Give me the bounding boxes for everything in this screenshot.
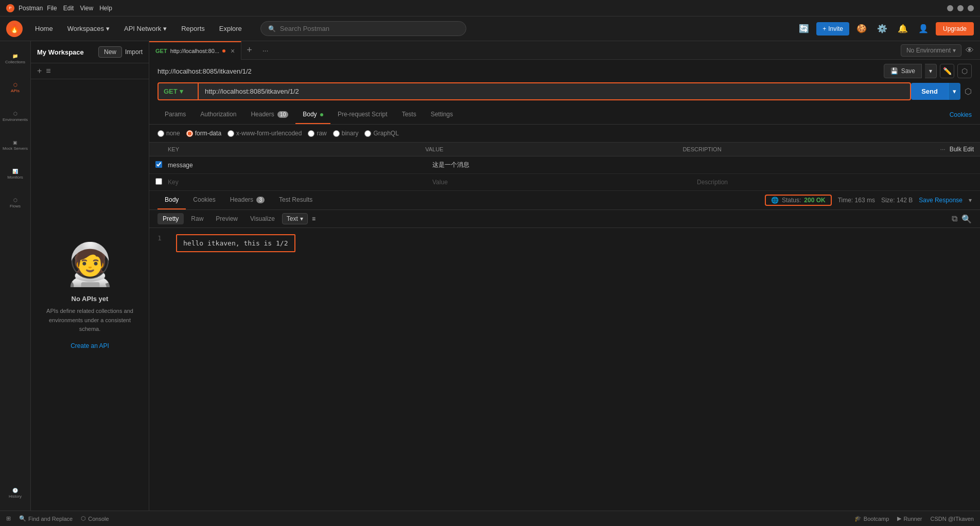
format-settings-icon[interactable]: ≡ [312,215,316,222]
body-graphql-option[interactable]: GraphQL [364,130,398,137]
resp-tab-cookies[interactable]: Cookies [186,191,222,209]
menu-edit[interactable]: Edit [63,5,74,12]
nav-api-network[interactable]: API Network ▾ [118,22,173,36]
sidebar-item-environments[interactable]: ⬡ Environments [2,103,29,130]
maximize-button[interactable] [957,5,964,11]
new-tab-button[interactable]: + [241,45,257,56]
add-icon[interactable]: + [37,66,42,76]
sort-icon[interactable]: ≡ [46,66,50,76]
bell-icon[interactable]: 🔔 [895,21,911,37]
environment-view-icon[interactable]: 👁 [966,46,974,55]
title-bar: P Postman File Edit View Help [0,0,980,16]
close-button[interactable] [968,5,974,11]
settings-icon[interactable]: ⚙️ [874,21,890,37]
history-icon: 🕐 [12,488,18,493]
req-tab-body[interactable]: Body [295,106,330,124]
request-input-row: GET ▾ Send ▾ ⬡ [149,82,980,106]
format-raw-button[interactable]: Raw [186,213,208,224]
url-input[interactable] [199,82,911,100]
save-response-button[interactable]: Save Response [919,197,962,204]
sidebar-item-collections[interactable]: 📁 Collections [2,45,29,72]
body-none-option[interactable]: none [157,130,180,137]
console-button[interactable]: ⬡ Console [81,515,109,522]
tab-close-button[interactable]: × [231,47,235,55]
format-visualize-button[interactable]: Visualize [245,213,280,224]
sidebar-item-flows[interactable]: ⬡ Flows [2,189,29,216]
send-button[interactable]: Send [911,83,948,100]
body-binary-option[interactable]: binary [333,130,359,137]
user-avatar[interactable]: 👤 [915,21,932,37]
flows-icon: ⬡ [13,198,18,203]
nav-reports[interactable]: Reports [175,22,211,36]
resp-tab-body[interactable]: Body [157,191,186,209]
environment-selector[interactable]: No Environment ▾ [901,44,961,57]
upgrade-button[interactable]: Upgrade [936,22,974,36]
sidebar-item-apis[interactable]: ⬡ APIs [2,74,29,101]
search-bar[interactable]: 🔍 [260,21,466,36]
body-raw-option[interactable]: raw [308,130,326,137]
create-api-link[interactable]: Create an API [71,342,109,349]
cookie-icon[interactable]: 🍪 [853,21,870,37]
text-type-selector[interactable]: Text ▾ [282,213,308,224]
response-line-1: 1 hello itkaven, this is 1/2 [157,234,972,252]
req-tab-headers[interactable]: Headers 10 [243,106,295,124]
url-toolbar: http://localhost:8085/itkaven/1/2 💾 Save… [149,60,980,82]
body-urlencoded-option[interactable]: x-www-form-urlencoded [227,130,302,137]
invite-button[interactable]: + Invite [816,22,849,36]
sidebar-item-history[interactable]: 🕐 History [2,480,29,506]
import-button[interactable]: Import [125,48,143,56]
body-form-data-option[interactable]: form-data [186,130,221,137]
new-button[interactable]: New [98,46,122,58]
search-input[interactable] [280,25,459,32]
req-tab-tests[interactable]: Tests [395,106,424,124]
sidebar-item-mock-servers[interactable]: ▣ Mock Servers [2,132,29,159]
resp-tab-headers[interactable]: Headers 3 [223,191,272,209]
placeholder-checkbox[interactable] [155,178,162,185]
placeholder-key[interactable]: Key [168,179,432,186]
menu-help[interactable]: Help [99,5,112,12]
req-tab-settings[interactable]: Settings [424,106,460,124]
bulk-edit-button[interactable]: Bulk Edit [950,146,974,153]
console-icon: ⬡ [81,515,86,522]
req-tab-authorization[interactable]: Authorization [193,106,243,124]
bottom-layout-toggle[interactable]: ⊞ [6,515,11,522]
format-preview-button[interactable]: Preview [211,213,243,224]
method-select[interactable]: GET ▾ [157,82,199,100]
format-pretty-button[interactable]: Pretty [157,213,184,224]
request-tab-active[interactable]: GET http://localhost:80... × [149,41,241,60]
more-dots-button[interactable]: ··· [940,146,946,153]
resp-tab-test-results[interactable]: Test Results [272,191,320,209]
sync-icon[interactable]: 🔄 [796,21,812,37]
save-button[interactable]: 💾 Save [884,64,922,78]
astronaut-illustration: 🧑‍🚀 [64,240,116,289]
sidebar-item-monitors[interactable]: 📊 Monitors [2,161,29,187]
req-tab-params[interactable]: Params [157,106,193,124]
minimize-button[interactable] [947,5,953,11]
search-response-icon[interactable]: 🔍 [961,214,972,224]
tab-overflow-button[interactable]: ··· [257,46,274,55]
send-dropdown-button[interactable]: ▾ [948,83,960,100]
bootcamp-button[interactable]: 🎓 Bootcamp [854,515,889,522]
search-icon: 🔍 [268,25,276,32]
placeholder-value[interactable]: Value [432,179,697,186]
cookies-link[interactable]: Cookies [950,111,972,118]
chevron-down-icon[interactable]: ▾ [969,197,972,204]
nav-workspaces[interactable]: Workspaces ▾ [61,22,116,36]
menu-file[interactable]: File [47,5,57,12]
nav-explore[interactable]: Explore [213,22,248,36]
menu-view[interactable]: View [80,5,93,12]
edit-icon-button[interactable]: ✏️ [940,64,954,78]
runner-button[interactable]: ▶ Runner [897,515,922,522]
nav-home[interactable]: Home [29,22,59,36]
placeholder-desc[interactable]: Description [697,179,961,186]
response-format-bar: Pretty Raw Preview Visualize Text ▾ ≡ ⧉ … [149,210,980,228]
req-tab-pre-request[interactable]: Pre-request Script [330,106,395,124]
save-dropdown-button[interactable]: ▾ [925,64,937,78]
copy-icon[interactable]: ⧉ [952,214,957,224]
runner-icon: ▶ [897,515,901,522]
tab-modified-dot [222,49,225,52]
find-replace-button[interactable]: 🔍 Find and Replace [19,515,73,522]
layout-icon-button[interactable]: ⬡ [957,64,972,78]
row-checkbox[interactable] [155,161,162,168]
api-sidebar-toggle[interactable]: ⬡ [965,86,972,96]
